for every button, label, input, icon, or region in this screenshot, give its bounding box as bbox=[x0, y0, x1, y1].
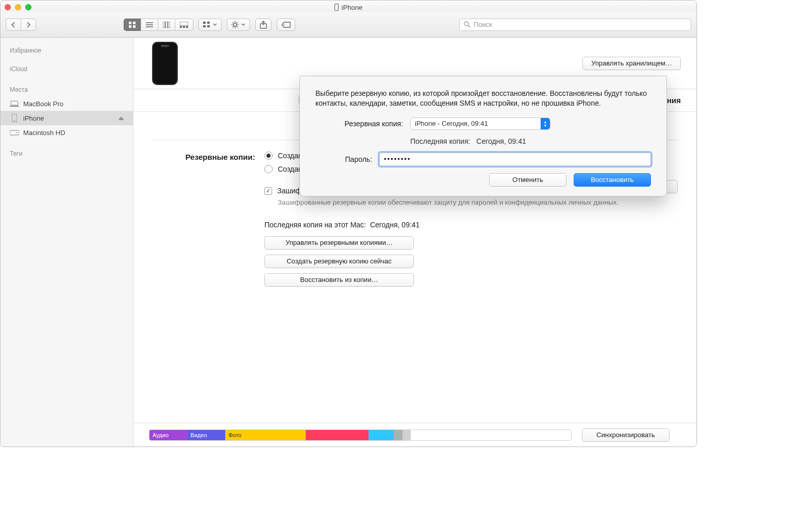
restore-dialog: Выберите резервную копию, из которой про… bbox=[299, 76, 667, 196]
restore-backup-button[interactable]: Восстановить из копии… bbox=[264, 273, 414, 287]
cancel-button[interactable]: Отменить bbox=[489, 173, 566, 187]
window-title-text: iPhone bbox=[342, 4, 362, 11]
sidebar-item-label: iPhone bbox=[23, 114, 44, 122]
password-row: Пароль: bbox=[315, 153, 651, 166]
svg-rect-9 bbox=[183, 26, 185, 28]
search-field[interactable]: Поиск bbox=[459, 19, 691, 31]
radio-icon bbox=[264, 152, 273, 160]
usage-video: Видео bbox=[188, 430, 226, 440]
laptop-icon bbox=[10, 100, 19, 107]
backups-label: Резервные копии: bbox=[152, 152, 255, 161]
usage-seg-6 bbox=[394, 430, 402, 440]
sync-button[interactable]: Синхронизировать bbox=[582, 428, 669, 442]
last-backup-row: Последняя копия: Сегодня, 09:41 bbox=[315, 137, 651, 145]
storage-usage-bar: Аудио Видео Фото bbox=[149, 429, 572, 441]
sidebar-section-icloud: iCloud bbox=[1, 62, 133, 76]
sidebar-item-label: Macintosh HD bbox=[23, 129, 65, 137]
search-placeholder: Поиск bbox=[474, 21, 492, 28]
share-button[interactable] bbox=[255, 19, 272, 31]
bottom-bar: Аудио Видео Фото Синхронизировать bbox=[133, 423, 696, 446]
svg-point-15 bbox=[233, 23, 237, 26]
svg-rect-5 bbox=[165, 22, 167, 28]
phone-icon bbox=[10, 114, 19, 122]
svg-rect-11 bbox=[203, 22, 206, 24]
chevron-updown-icon: ▲▼ bbox=[541, 118, 550, 129]
eject-icon[interactable]: ⏏ bbox=[119, 115, 124, 122]
password-input[interactable] bbox=[379, 153, 651, 166]
backup-select-label: Резервная копия: bbox=[315, 120, 403, 128]
titlebar: iPhone bbox=[1, 1, 696, 12]
group-button[interactable] bbox=[198, 19, 222, 31]
last-backup-label: Последняя копия на этот Mac: bbox=[264, 221, 366, 229]
drive-icon bbox=[10, 129, 19, 136]
search-icon bbox=[464, 21, 471, 28]
dialog-lead: Выберите резервную копию, из которой про… bbox=[315, 89, 651, 108]
svg-rect-10 bbox=[186, 26, 188, 28]
sidebar-section-tags: Теги bbox=[1, 147, 133, 160]
window-title: iPhone bbox=[31, 4, 665, 11]
usage-photo: Фото bbox=[225, 430, 305, 440]
sidebar-section-favorites: Избранное bbox=[1, 44, 133, 57]
sidebar: Избранное iCloud Места MacBook Pro iPhon… bbox=[1, 38, 133, 446]
svg-rect-20 bbox=[10, 106, 19, 107]
usage-free bbox=[411, 430, 571, 440]
view-mode-buttons bbox=[124, 19, 193, 31]
device-image bbox=[152, 42, 178, 85]
svg-point-24 bbox=[16, 132, 18, 134]
svg-rect-0 bbox=[129, 22, 131, 24]
device-icon bbox=[334, 4, 339, 11]
svg-rect-4 bbox=[163, 22, 165, 28]
content: Управлять хранилищем… О Фото Файлы Сведе… bbox=[133, 38, 696, 446]
nav-buttons bbox=[6, 19, 36, 31]
usage-seg-7 bbox=[403, 430, 411, 440]
zoom-window-button[interactable] bbox=[25, 4, 31, 10]
svg-rect-12 bbox=[207, 22, 210, 24]
sidebar-item-iphone[interactable]: iPhone ⏏ bbox=[1, 111, 133, 125]
body: Избранное iCloud Места MacBook Pro iPhon… bbox=[1, 38, 696, 446]
manage-storage-button[interactable]: Управлять хранилищем… bbox=[582, 57, 681, 70]
tag-button[interactable] bbox=[277, 19, 295, 31]
svg-rect-6 bbox=[168, 22, 170, 28]
svg-rect-3 bbox=[133, 25, 136, 28]
svg-point-22 bbox=[14, 120, 15, 121]
radio-icon bbox=[264, 165, 273, 173]
svg-rect-2 bbox=[129, 25, 131, 28]
sidebar-section-locations: Места bbox=[1, 83, 133, 96]
svg-rect-13 bbox=[203, 25, 206, 27]
window-controls bbox=[5, 4, 31, 10]
usage-seg-4 bbox=[306, 430, 369, 440]
backup-select-popup[interactable]: iPhone - Сегодня, 09:41 ▲▼ bbox=[410, 118, 550, 130]
forward-button[interactable] bbox=[21, 19, 36, 31]
column-view-button[interactable] bbox=[158, 19, 175, 31]
icon-view-button[interactable] bbox=[124, 19, 141, 31]
last-backup-label: Последняя копия: bbox=[410, 137, 470, 145]
action-button[interactable] bbox=[227, 19, 250, 31]
svg-point-18 bbox=[464, 22, 468, 26]
encrypt-hint: Зашифрованные резервные копии обеспечива… bbox=[278, 198, 678, 207]
backup-now-button[interactable]: Создать резервную копию сейчас bbox=[264, 255, 414, 268]
toolbar: Поиск bbox=[1, 12, 696, 38]
back-button[interactable] bbox=[6, 19, 21, 31]
sidebar-item-macbook[interactable]: MacBook Pro bbox=[1, 96, 133, 111]
finder-window: iPhone bbox=[0, 0, 697, 447]
backup-select-row: Резервная копия: iPhone - Сегодня, 09:41… bbox=[315, 118, 651, 130]
usage-seg-5 bbox=[368, 430, 394, 440]
svg-point-17 bbox=[283, 24, 284, 25]
last-backup-value: Сегодня, 09:41 bbox=[370, 221, 420, 229]
backup-select-value: iPhone - Сегодня, 09:41 bbox=[415, 120, 488, 127]
svg-rect-1 bbox=[133, 22, 136, 24]
usage-audio: Аудио bbox=[149, 430, 188, 440]
manage-backups-button[interactable]: Управлять резервными копиями… bbox=[264, 236, 414, 250]
close-window-button[interactable] bbox=[5, 4, 11, 10]
gallery-view-button[interactable] bbox=[175, 19, 193, 31]
last-backup-value: Сегодня, 09:41 bbox=[476, 137, 526, 145]
sidebar-item-macintosh[interactable]: Macintosh HD bbox=[1, 125, 133, 140]
checkbox-icon: ✓ bbox=[264, 187, 272, 195]
list-view-button[interactable] bbox=[141, 19, 158, 31]
sidebar-item-label: MacBook Pro bbox=[23, 100, 63, 108]
minimize-window-button[interactable] bbox=[15, 4, 21, 10]
restore-button[interactable]: Восстановить bbox=[574, 173, 651, 187]
svg-rect-8 bbox=[180, 26, 182, 28]
svg-rect-7 bbox=[180, 22, 188, 26]
password-label: Пароль: bbox=[315, 155, 372, 163]
